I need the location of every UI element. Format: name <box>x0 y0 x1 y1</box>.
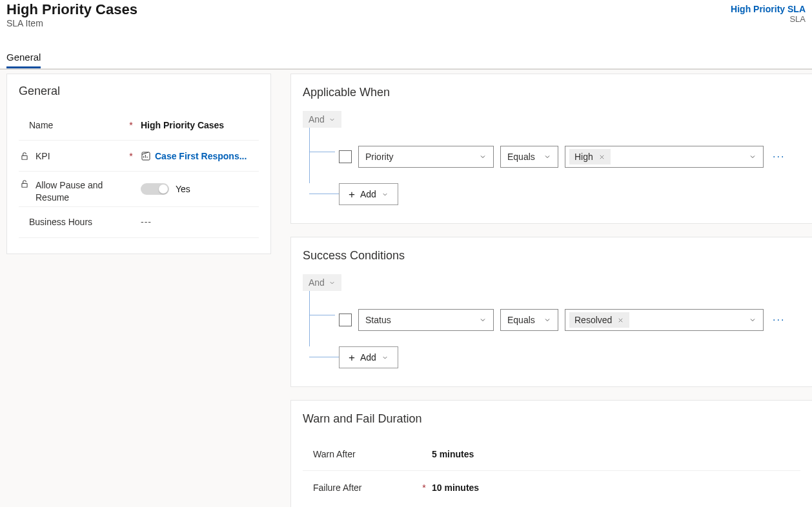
success-conditions-title: Success Conditions <box>303 249 800 263</box>
condition-field-select[interactable]: Priority <box>358 146 494 168</box>
pause-toggle[interactable] <box>141 183 169 195</box>
add-label: Add <box>360 352 376 363</box>
kpi-value[interactable]: Case First Respons... <box>137 151 259 161</box>
kpi-icon <box>141 151 151 161</box>
warn-after-value[interactable]: 5 minutes <box>432 449 474 459</box>
add-condition-button[interactable]: + Add <box>339 183 398 205</box>
pause-value: Yes <box>176 184 190 194</box>
required-marker: * <box>125 120 137 130</box>
value-text: Resolved <box>574 315 612 325</box>
page-title: High Priority Cases <box>6 1 137 18</box>
condition-field-select[interactable]: Status <box>358 309 494 331</box>
field-value: Priority <box>365 152 394 162</box>
kpi-label: KPI <box>19 151 125 161</box>
warn-after-label: Warn After <box>313 449 416 459</box>
condition-checkbox[interactable] <box>339 314 352 326</box>
related-sla-sub: SLA <box>731 14 806 24</box>
chevron-down-icon <box>749 153 756 161</box>
add-label: Add <box>360 189 376 199</box>
lock-icon <box>20 179 29 188</box>
remove-value-icon[interactable] <box>598 154 605 161</box>
plus-icon: + <box>349 189 355 200</box>
business-hours-value[interactable]: --- <box>137 217 259 227</box>
group-operator-and[interactable]: And <box>303 111 341 128</box>
add-condition-button[interactable]: + Add <box>339 346 398 368</box>
chevron-down-icon <box>381 354 389 361</box>
business-hours-label: Business Hours <box>19 217 125 227</box>
operator-value: Equals <box>507 315 535 325</box>
kpi-label-text: KPI <box>36 151 50 161</box>
svg-rect-0 <box>22 155 27 159</box>
warn-fail-title: Warn and Fail Duration <box>303 412 800 426</box>
pause-label: Allow Pause and Resume <box>19 174 125 204</box>
chevron-down-icon <box>381 191 389 198</box>
condition-value-select[interactable]: Resolved <box>565 309 764 331</box>
condition-operator-select[interactable]: Equals <box>500 146 558 168</box>
tab-general[interactable]: General <box>6 48 41 68</box>
pause-label-text: Allow Pause and Resume <box>36 179 125 204</box>
operator-label: And <box>309 277 325 288</box>
chevron-down-icon <box>543 153 551 161</box>
failure-after-value[interactable]: 10 minutes <box>432 483 479 493</box>
remove-value-icon[interactable] <box>617 317 624 324</box>
required-marker: * <box>416 483 432 493</box>
value-chip: Resolved <box>569 312 629 328</box>
group-operator-and[interactable]: And <box>303 274 341 291</box>
applicable-when-title: Applicable When <box>303 86 800 99</box>
name-value[interactable]: High Priority Cases <box>137 120 259 130</box>
value-text: High <box>574 152 593 162</box>
failure-after-label: Failure After <box>313 483 416 493</box>
required-marker: * <box>125 151 137 161</box>
operator-label: And <box>309 114 325 125</box>
page-subtitle: SLA Item <box>6 18 137 28</box>
field-value: Status <box>365 315 391 325</box>
name-label: Name <box>19 120 125 130</box>
chevron-down-icon <box>329 279 336 286</box>
svg-rect-2 <box>22 183 27 187</box>
more-actions-icon[interactable]: ··· <box>770 309 787 331</box>
condition-operator-select[interactable]: Equals <box>500 309 558 331</box>
condition-value-select[interactable]: High <box>565 146 764 168</box>
plus-icon: + <box>349 352 355 363</box>
lock-icon <box>20 152 29 161</box>
related-sla-link[interactable]: High Priority SLA <box>731 4 806 14</box>
general-section-title: General <box>19 85 259 98</box>
chevron-down-icon <box>329 116 336 123</box>
chevron-down-icon <box>749 316 756 324</box>
chevron-down-icon <box>479 153 487 161</box>
chevron-down-icon <box>543 316 551 324</box>
value-chip: High <box>569 149 611 164</box>
operator-value: Equals <box>507 152 535 162</box>
more-actions-icon[interactable]: ··· <box>770 146 787 168</box>
kpi-link-text: Case First Respons... <box>155 151 247 161</box>
condition-checkbox[interactable] <box>339 150 352 163</box>
chevron-down-icon <box>479 316 487 324</box>
